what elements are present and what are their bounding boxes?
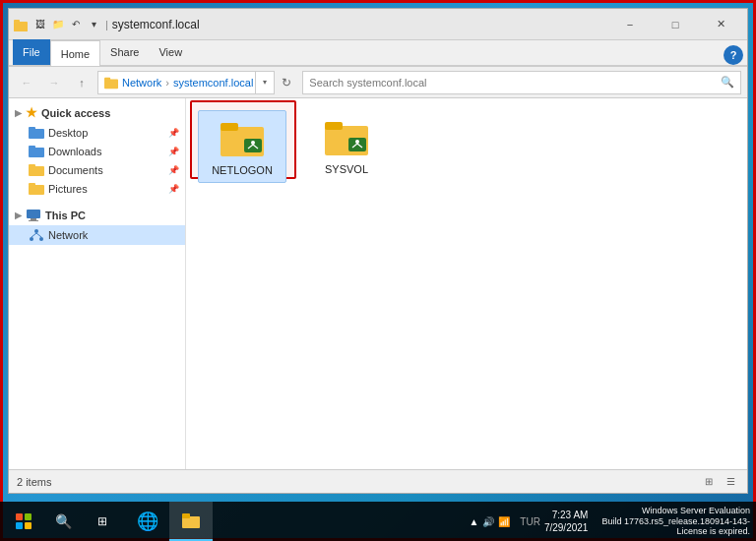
svg-rect-4 [104, 77, 110, 81]
minimize-button[interactable]: − [607, 9, 653, 40]
taskbar-search-button[interactable]: 🔍 [47, 502, 79, 541]
folder-grid: NETLOGON [198, 110, 735, 183]
tab-share[interactable]: Share [100, 39, 149, 65]
netlogon-folder-icon [219, 117, 266, 160]
svg-rect-11 [29, 185, 44, 195]
network-tray-icon[interactable]: 🔊 [482, 516, 494, 527]
sidebar-item-downloads[interactable]: Downloads 📌 [9, 142, 185, 160]
volume-icon[interactable]: 📶 [498, 516, 510, 527]
sidebar-item-pictures[interactable]: Pictures 📌 [9, 179, 185, 198]
file-area[interactable]: NETLOGON [186, 98, 747, 469]
pin-icon-downloads: 📌 [168, 147, 179, 156]
search-icon[interactable]: 🔍 [721, 76, 734, 89]
build-info: Build 17763.rs5_release.180914-143- [601, 516, 750, 527]
start-button[interactable] [0, 502, 47, 541]
ribbon-tabs: File Home Share View ? [9, 40, 747, 66]
close-button[interactable]: ✕ [698, 9, 743, 40]
license-text: Windows Server Evaluation [601, 506, 750, 516]
lang-indicator[interactable]: TUR [516, 516, 544, 527]
qat-dropdown-btn[interactable]: ▾ [86, 17, 101, 32]
taskbar-search-icon: 🔍 [55, 513, 72, 529]
ie-icon: 🌐 [137, 511, 158, 532]
svg-rect-22 [220, 123, 238, 131]
quick-access-label: Quick access [41, 107, 110, 119]
search-input[interactable] [309, 77, 721, 89]
tab-home[interactable]: Home [50, 40, 100, 66]
address-path[interactable]: Network › systemconf.local [97, 71, 260, 94]
window-title: systemconf.local [112, 18, 607, 31]
chevron-up-icon[interactable]: ▲ [469, 516, 478, 527]
pin-icon: 📌 [168, 128, 179, 138]
svg-point-30 [355, 140, 359, 144]
folder-icon-address [104, 76, 118, 90]
task-view-button[interactable]: ⊞ [79, 502, 126, 541]
quick-access-toolbar: 🖼 📁 ↶ ▾ [32, 17, 101, 32]
svg-point-16 [34, 229, 38, 233]
desktop-folder-icon [29, 126, 44, 139]
pictures-folder-icon [29, 182, 44, 195]
file-explorer-window: 🖼 📁 ↶ ▾ | systemconf.local − □ ✕ File Ho… [8, 8, 748, 494]
sysvol-folder-icon [323, 116, 370, 159]
breadcrumb-domain[interactable]: systemconf.local [173, 77, 253, 89]
view-grid-btn[interactable]: ⊞ [700, 473, 718, 491]
quick-access-star-icon: ★ [26, 105, 37, 120]
folder-item-netlogon[interactable]: NETLOGON [198, 110, 286, 183]
svg-rect-15 [29, 220, 38, 221]
svg-rect-28 [325, 122, 343, 130]
network-label: Network [48, 229, 88, 241]
qat-properties-btn[interactable]: 🖼 [32, 17, 48, 32]
content-area: ▶ ★ Quick access Desktop 📌 Download [9, 98, 747, 469]
pin-icon-documents: 📌 [168, 165, 179, 175]
sidebar-item-documents[interactable]: Documents 📌 [9, 160, 185, 179]
statusbar-view-controls: ⊞ ☰ [700, 473, 739, 491]
qat-new-folder-btn[interactable]: 📁 [50, 17, 66, 32]
tab-file[interactable]: File [13, 39, 50, 65]
help-button[interactable]: ? [724, 45, 743, 65]
view-list-btn[interactable]: ☰ [722, 473, 739, 491]
window-controls: − □ ✕ [607, 9, 743, 40]
titlebar: 🖼 📁 ↶ ▾ | systemconf.local − □ ✕ [9, 9, 747, 40]
downloads-folder-icon [29, 145, 44, 157]
svg-line-19 [32, 233, 36, 237]
maximize-button[interactable]: □ [653, 9, 698, 40]
sidebar-quick-access-header[interactable]: ▶ ★ Quick access [9, 102, 185, 123]
svg-rect-6 [29, 127, 35, 130]
sidebar-item-desktop[interactable]: Desktop 📌 [9, 123, 185, 142]
license-note: License is expired. [601, 526, 750, 537]
sidebar-pictures-label: Pictures [48, 183, 88, 195]
search-box[interactable]: 🔍 [302, 71, 741, 94]
svg-rect-8 [29, 146, 35, 149]
pin-icon-pictures: 📌 [168, 184, 179, 194]
svg-point-24 [251, 141, 255, 145]
taskbar-app-explorer[interactable] [169, 502, 213, 541]
ribbon: File Home Share View ? [9, 40, 747, 67]
taskbar-clock[interactable]: 7:23 AM 7/29/2021 [544, 509, 597, 534]
qat-undo-btn[interactable]: ↶ [68, 17, 84, 32]
clock-date: 7/29/2021 [544, 521, 589, 534]
svg-line-20 [36, 233, 41, 237]
sidebar-item-network[interactable]: Network [9, 225, 185, 245]
svg-rect-13 [27, 210, 40, 218]
svg-point-18 [39, 237, 43, 241]
taskbar-apps: 🌐 [126, 502, 463, 541]
address-dropdown-btn[interactable]: ▾ [255, 71, 275, 94]
tab-view[interactable]: View [149, 39, 192, 65]
breadcrumb-network[interactable]: Network [122, 77, 161, 89]
clock-time: 7:23 AM [544, 509, 589, 521]
taskbar-app-ie[interactable]: 🌐 [126, 502, 169, 541]
taskbar: 🔍 ⊞ 🌐 ▲ 🔊 📶 TUR 7:23 AM 7/29/2021 Window… [0, 502, 756, 541]
sidebar-desktop-label: Desktop [48, 127, 88, 139]
svg-rect-1 [14, 20, 20, 23]
sidebar-documents-label: Documents [48, 164, 103, 176]
svg-rect-14 [31, 218, 36, 220]
sidebar-downloads-label: Downloads [48, 146, 101, 157]
folder-item-sysvol[interactable]: SYSVOL [302, 110, 391, 183]
back-button[interactable]: ← [15, 71, 38, 94]
network-icon [29, 228, 44, 242]
sidebar-this-pc-header[interactable]: ▶ This PC [9, 206, 185, 225]
refresh-button[interactable]: ↻ [275, 71, 298, 94]
forward-button[interactable]: → [42, 71, 66, 94]
sidebar: ▶ ★ Quick access Desktop 📌 Download [9, 98, 186, 469]
up-button[interactable]: ↑ [70, 71, 94, 94]
item-count: 2 items [17, 476, 51, 488]
